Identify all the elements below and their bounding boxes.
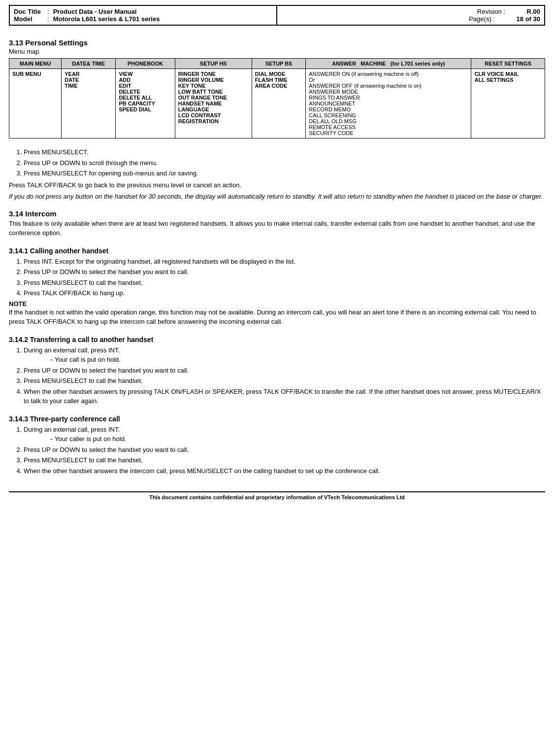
submenu-answermachine: ANSWERER ON (if answering machine is off…	[306, 69, 471, 138]
section-313-title: 3.13 Personal Settings	[9, 38, 545, 47]
col-header-setuphs: SETUP HS	[175, 59, 252, 69]
step-313-1: Press MENU/SELECT.	[24, 147, 545, 157]
section-3143-title: 3.14.3 Three-party conference call	[9, 415, 545, 423]
step-3141-3: Press MENU/SELECT to call the handset.	[24, 278, 545, 288]
step-3142-2: Press UP or DOWN to select the handset y…	[24, 366, 545, 376]
section-3143-steps: During an external call, press INT. －You…	[24, 425, 545, 476]
section-3142-steps: During an external call, press INT. －You…	[24, 345, 545, 406]
pages-row: Page(s) : 18 of 30	[281, 15, 541, 23]
section-314-title: 3.14 Intercom	[9, 209, 545, 218]
step-3143-1: During an external call, press INT. －You…	[24, 425, 545, 444]
step-3143-1-sub: －Your caller is put on hold.	[48, 434, 545, 444]
revision-label: Revision :	[477, 8, 505, 15]
step-3141-2: Press UP or DOWN to select the handset y…	[24, 267, 545, 277]
step-3143-3: Press MENU/SELECT to call the handset.	[24, 455, 545, 465]
submenu-setuphs: RINGER TONE RINGER VOLUME KEY TONE LOW B…	[175, 69, 252, 138]
step-3143-4: When the other handset answers the inter…	[24, 466, 545, 476]
step-3142-1-sub: －Your call is put on hold.	[48, 355, 545, 365]
step-313-3: Press MENU/SELECT for opening sub-menus …	[24, 169, 545, 178]
model-row: Model : Motorola L601 series & L701 seri…	[14, 15, 272, 23]
model-label: Model	[14, 15, 43, 23]
menu-map-table: MAIN MENU DATE& TIME PHONEBOOK SETUP HS …	[9, 58, 545, 138]
section-313-steps: Press MENU/SELECT. Press UP or DOWN to s…	[24, 147, 545, 178]
col-header-phonebook: PHONEBOOK	[116, 59, 175, 69]
doc-header-left: Doc Title : Product Data - User Manual M…	[10, 6, 277, 25]
step-3142-1: During an external call, press INT. －You…	[24, 345, 545, 365]
doc-title-value: Product Data - User Manual	[53, 8, 137, 15]
revision-row: Revision : R.00	[281, 8, 541, 15]
doc-title-label: Doc Title	[14, 8, 43, 15]
section-313-note1: Press TALK OFF/BACK to go back to the pr…	[9, 180, 545, 190]
submenu-resetsettings: CLR VOICE MAIL ALL SETTINGS	[471, 69, 545, 138]
section-3141-title: 3.14.1 Calling another handset	[9, 247, 545, 255]
doc-header: Doc Title : Product Data - User Manual M…	[9, 5, 545, 26]
main-content: 3.13 Personal Settings Menu map MAIN MEN…	[9, 26, 545, 481]
section-3141-note-body: If the handset is not within the valid o…	[9, 308, 545, 327]
col-header-setupbs: SETUP BS	[252, 59, 306, 69]
pages-value: 18 of 30	[517, 15, 540, 23]
section-313-note2: If you do not press any button on the ha…	[9, 192, 545, 202]
section-313-subtitle: Menu map	[9, 48, 545, 55]
section-3141-steps: Press INT. Except for the originating ha…	[24, 257, 545, 298]
doc-title-colon: :	[47, 8, 49, 15]
col-header-datetime: DATE& TIME	[62, 59, 116, 69]
submenu-datetime: YEAR DATE TIME	[62, 69, 116, 138]
step-3143-2: Press UP or DOWN to select the handset y…	[24, 445, 545, 455]
section-3142-title: 3.14.2 Transferring a call to another ha…	[9, 336, 545, 344]
section-314-body: This feature is only available when ther…	[9, 219, 545, 238]
step-3142-4: When the other handset answers by pressi…	[24, 387, 545, 406]
doc-header-right: Revision : R.00 Page(s) : 18 of 30	[277, 6, 545, 25]
submenu-label: SUB MENU	[9, 69, 62, 138]
submenu-setupbs: DIAL MODE FLASH TIME AREA CODE	[252, 69, 306, 138]
section-3141-note-label: NOTE	[9, 300, 545, 308]
pages-label: Page(s) :	[469, 15, 495, 23]
col-header-resetsettings: RESET SETTINGS	[471, 59, 545, 69]
submenu-phonebook: VIEW ADD EDIT DELETE DELETE ALL PB CAPAC…	[116, 69, 175, 138]
footer-text: This document contains confidential and …	[149, 494, 405, 500]
col-header-answermachine: ANSWER MACHINE (for L701 series only)	[306, 59, 471, 69]
step-3142-1-text: During an external call, press INT.	[24, 346, 120, 354]
col-header-mainmenu: MAIN MENU	[9, 59, 62, 69]
step-3141-4: Press TALK OFF/BACK to hang up.	[24, 288, 545, 298]
step-3141-1: Press INT. Except for the originating ha…	[24, 257, 545, 267]
step-3142-3: Press MENU/SELECT to call the handset.	[24, 376, 545, 386]
doc-title-row: Doc Title : Product Data - User Manual	[14, 8, 272, 15]
step-3143-1-text: During an external call, press INT.	[24, 426, 120, 433]
doc-footer: This document contains confidential and …	[9, 491, 545, 500]
model-value: Motorola L601 series & L701 series	[53, 15, 160, 23]
step-313-2: Press UP or DOWN to scroll through the m…	[24, 158, 545, 168]
model-colon: :	[47, 15, 49, 23]
revision-value: R.00	[527, 8, 540, 15]
